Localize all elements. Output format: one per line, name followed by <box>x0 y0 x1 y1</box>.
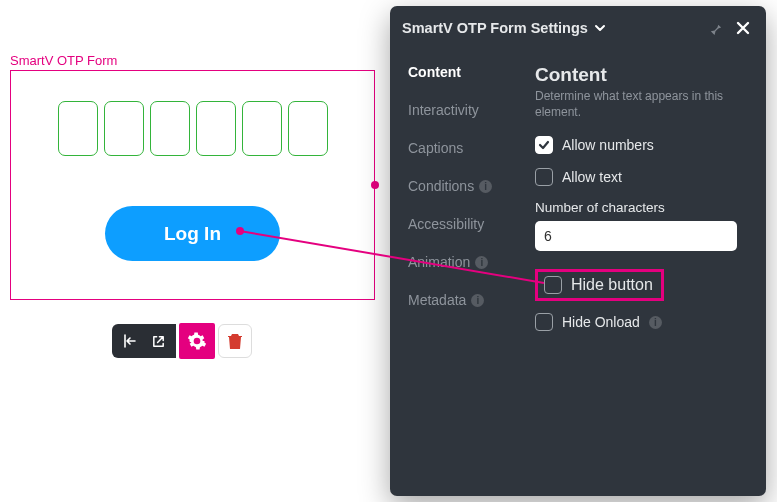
close-icon[interactable] <box>732 17 754 39</box>
checkbox-empty-icon <box>535 313 553 331</box>
info-icon: i <box>649 316 662 329</box>
checkbox-checked-icon <box>535 136 553 154</box>
settings-tab-list: Content Interactivity Captions Condition… <box>390 50 522 496</box>
form-canvas-label: SmartV OTP Form <box>10 53 117 68</box>
selection-handle[interactable] <box>371 181 379 189</box>
pin-icon[interactable] <box>704 17 726 39</box>
tab-interactivity[interactable]: Interactivity <box>408 102 522 118</box>
otp-form-frame[interactable]: Log In <box>10 70 375 300</box>
allow-numbers-checkbox[interactable]: Allow numbers <box>535 136 748 154</box>
align-left-icon[interactable] <box>116 327 144 355</box>
panel-title: SmartV OTP Form Settings <box>402 20 588 36</box>
open-external-icon[interactable] <box>144 327 172 355</box>
tab-accessibility[interactable]: Accessibility <box>408 216 522 232</box>
hide-onload-label: Hide Onload <box>562 314 640 330</box>
panel-header: SmartV OTP Form Settings <box>390 6 766 50</box>
otp-cell[interactable] <box>58 101 98 156</box>
tab-metadata[interactable]: Metadatai <box>408 292 522 308</box>
settings-gear-icon[interactable] <box>179 323 215 359</box>
hide-onload-checkbox[interactable]: Hide Onload i <box>535 313 748 331</box>
otp-cell[interactable] <box>288 101 328 156</box>
info-icon: i <box>471 294 484 307</box>
tab-animation[interactable]: Animationi <box>408 254 522 270</box>
chevron-down-icon[interactable] <box>594 22 606 34</box>
element-toolbar <box>112 323 252 359</box>
otp-cell[interactable] <box>242 101 282 156</box>
otp-cell[interactable] <box>196 101 236 156</box>
settings-panel: SmartV OTP Form Settings Content Interac… <box>390 6 766 496</box>
tab-content[interactable]: Content <box>408 64 522 80</box>
login-button[interactable]: Log In <box>105 206 280 261</box>
allow-text-label: Allow text <box>562 169 622 185</box>
content-description: Determine what text appears in this elem… <box>535 89 748 120</box>
info-icon: i <box>475 256 488 269</box>
tab-captions[interactable]: Captions <box>408 140 522 156</box>
num-chars-input[interactable] <box>535 221 737 251</box>
otp-cell[interactable] <box>104 101 144 156</box>
content-heading: Content <box>535 64 748 86</box>
settings-content: Content Determine what text appears in t… <box>522 50 766 496</box>
delete-trash-icon[interactable] <box>218 324 252 358</box>
otp-cell[interactable] <box>150 101 190 156</box>
otp-input-row <box>11 101 374 156</box>
info-icon: i <box>479 180 492 193</box>
num-chars-label: Number of characters <box>535 200 748 215</box>
allow-numbers-label: Allow numbers <box>562 137 654 153</box>
checkbox-empty-icon <box>544 276 562 294</box>
tab-conditions[interactable]: Conditionsi <box>408 178 522 194</box>
checkbox-empty-icon <box>535 168 553 186</box>
hide-button-label: Hide button <box>571 276 653 294</box>
hide-button-checkbox[interactable]: Hide button <box>535 269 664 301</box>
allow-text-checkbox[interactable]: Allow text <box>535 168 748 186</box>
